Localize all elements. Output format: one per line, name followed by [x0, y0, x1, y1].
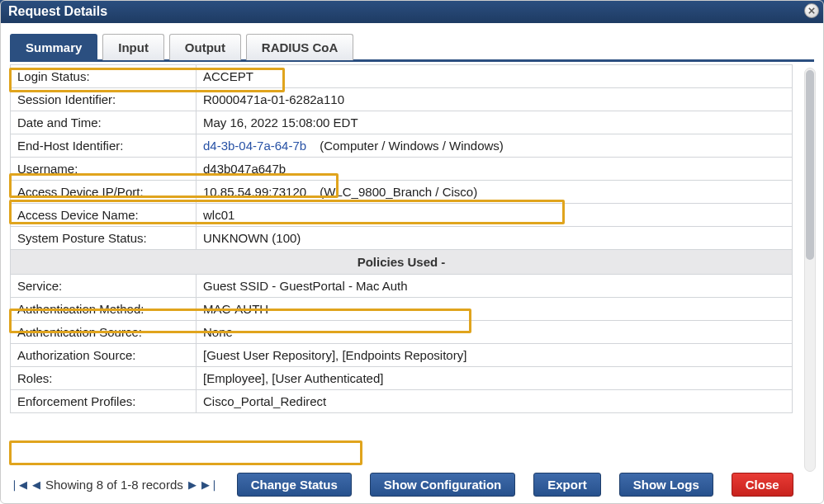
label-datetime: Date and Time: [11, 111, 197, 134]
row-session-id: Session Identifier: R0000471a-01-6282a11… [11, 88, 793, 111]
window-title: Request Details [8, 4, 107, 18]
policies-header: Policies Used - [11, 250, 793, 275]
row-enforcement: Enforcement Profiles: Cisco_Portal_Redir… [11, 390, 793, 413]
value-session-id: R0000471a-01-6282a110 [197, 88, 793, 111]
value-auth-method: MAC-AUTH [197, 298, 793, 321]
close-button[interactable]: Close [732, 473, 793, 497]
label-authz-source: Authorization Source: [11, 344, 197, 367]
scrollbar[interactable] [804, 68, 816, 472]
endhost-description: (Computer / Windows / Windows) [310, 139, 504, 153]
row-endhost: End-Host Identifier: d4-3b-04-7a-64-7b (… [11, 134, 793, 158]
value-access-name: wlc01 [197, 204, 793, 227]
label-access-name: Access Device Name: [11, 204, 197, 227]
value-username: d43b047a647b [197, 158, 793, 181]
pager: ❘◀ ◀ Showing 8 of 1-8 records ▶ ▶❘ [10, 478, 219, 492]
access-ip-text: 10.85.54.99:73120 [203, 185, 306, 199]
row-posture: System Posture Status: UNKNOWN (100) [11, 227, 793, 250]
label-login-status: Login Status: [11, 65, 197, 88]
row-authz-source: Authorization Source: [Guest User Reposi… [11, 344, 793, 367]
row-roles: Roles: [Employee], [User Authenticated] [11, 367, 793, 390]
value-auth-source: None [197, 321, 793, 344]
tab-summary[interactable]: Summary [10, 34, 97, 60]
tab-input[interactable]: Input [102, 34, 164, 60]
pager-first-icon[interactable]: ❘◀ [10, 478, 27, 491]
scrollbar-thumb[interactable] [806, 70, 814, 260]
row-auth-method: Authentication Method: MAC-AUTH [11, 298, 793, 321]
row-access-name: Access Device Name: wlc01 [11, 204, 793, 227]
label-enforcement: Enforcement Profiles: [11, 390, 197, 413]
export-button[interactable]: Export [533, 473, 601, 497]
tab-radius-coa[interactable]: RADIUS CoA [246, 34, 354, 60]
pager-next-icon[interactable]: ▶ [188, 478, 197, 491]
value-service: Guest SSID - GuestPortal - Mac Auth [197, 275, 793, 298]
row-auth-source: Authentication Source: None [11, 321, 793, 344]
title-bar: Request Details [0, 0, 824, 23]
pager-text: Showing 8 of 1-8 records [45, 478, 183, 492]
tab-output[interactable]: Output [169, 34, 241, 60]
value-endhost: d4-3b-04-7a-64-7b (Computer / Windows / … [197, 134, 793, 158]
row-datetime: Date and Time: May 16, 2022 15:08:00 EDT [11, 111, 793, 134]
value-authz-source: [Guest User Repository], [Endpoints Repo… [197, 344, 793, 367]
value-posture: UNKNOWN (100) [197, 227, 793, 250]
footer: ❘◀ ◀ Showing 8 of 1-8 records ▶ ▶❘ Chang… [10, 469, 814, 499]
value-login-status: ACCEPT [197, 65, 793, 88]
row-login-status: Login Status: ACCEPT [11, 65, 793, 88]
row-username: Username: d43b047a647b [11, 158, 793, 181]
close-icon[interactable] [804, 3, 819, 18]
endhost-mac-link[interactable]: d4-3b-04-7a-64-7b [203, 139, 306, 153]
value-access-ip: 10.85.54.99:73120 (WLC_9800_Branch / Cis… [197, 181, 793, 204]
value-datetime: May 16, 2022 15:08:00 EDT [197, 111, 793, 134]
row-service: Service: Guest SSID - GuestPortal - Mac … [11, 275, 793, 298]
label-auth-source: Authentication Source: [11, 321, 197, 344]
label-endhost: End-Host Identifier: [11, 134, 197, 158]
pager-last-icon[interactable]: ▶❘ [201, 478, 219, 491]
details-table: Login Status: ACCEPT Session Identifier:… [10, 64, 793, 413]
tab-bar: Summary Input Output RADIUS CoA [10, 33, 814, 62]
label-service: Service: [11, 275, 197, 298]
value-enforcement: Cisco_Portal_Redirect [197, 390, 793, 413]
access-ip-description: (WLC_9800_Branch / Cisco) [310, 185, 477, 199]
label-posture: System Posture Status: [11, 227, 197, 250]
label-roles: Roles: [11, 367, 197, 390]
show-configuration-button[interactable]: Show Configuration [370, 473, 515, 497]
label-username: Username: [11, 158, 197, 181]
pager-prev-icon[interactable]: ◀ [32, 478, 40, 491]
row-access-ip: Access Device IP/Port: 10.85.54.99:73120… [11, 181, 793, 204]
label-session-id: Session Identifier: [11, 88, 197, 111]
show-logs-button[interactable]: Show Logs [619, 473, 713, 497]
label-access-ip: Access Device IP/Port: [11, 181, 197, 204]
change-status-button[interactable]: Change Status [237, 473, 352, 497]
value-roles: [Employee], [User Authenticated] [197, 367, 793, 390]
highlight-enforcement [9, 440, 362, 465]
label-auth-method: Authentication Method: [11, 298, 197, 321]
